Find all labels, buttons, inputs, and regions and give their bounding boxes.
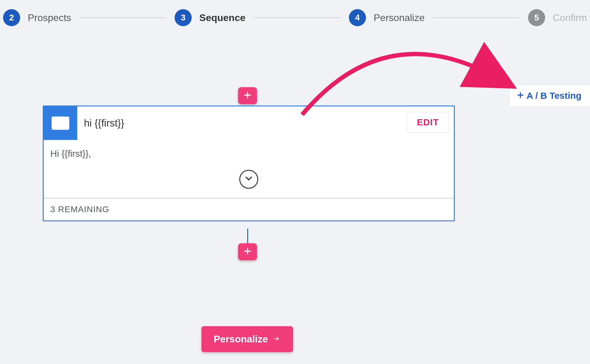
email-body-preview: Hi {{first}}, — [50, 148, 447, 159]
step-label: Confirm — [553, 12, 587, 23]
ab-testing-button[interactable]: A / B Testing — [509, 85, 590, 107]
step-connector-vertical — [247, 229, 248, 244]
step-number: 2 — [3, 9, 20, 26]
step-label: Prospects — [28, 12, 71, 23]
ab-testing-label: A / B Testing — [527, 91, 581, 101]
personalize-cta-label: Personalize — [214, 334, 268, 345]
plus-icon — [243, 91, 252, 101]
email-step-card: hi {{first}} EDIT Hi {{first}}, 3 REMAIN… — [43, 105, 455, 221]
step-number: 5 — [528, 9, 545, 26]
card-body: Hi {{first}}, — [44, 140, 454, 198]
chevron-down-icon — [244, 174, 253, 185]
wizard-stepper: 2 Prospects 3 Sequence 4 Personalize 5 C… — [0, 0, 590, 26]
step-connector — [80, 17, 166, 18]
card-header: hi {{first}} EDIT — [44, 106, 454, 140]
step-prospects[interactable]: 2 Prospects — [3, 9, 71, 26]
step-connector — [433, 17, 519, 18]
card-footer-remaining[interactable]: 3 REMAINING — [44, 198, 454, 220]
step-confirm[interactable]: 5 Confirm — [528, 9, 587, 26]
edit-button[interactable]: EDIT — [407, 112, 449, 133]
plus-icon — [243, 247, 252, 257]
step-number: 4 — [349, 9, 366, 26]
add-step-below-button[interactable] — [238, 243, 257, 260]
add-step-above-button[interactable] — [238, 87, 257, 104]
expand-toggle[interactable] — [239, 170, 258, 189]
step-label: Personalize — [374, 12, 425, 23]
arrow-right-icon — [272, 334, 281, 345]
step-label: Sequence — [199, 12, 245, 23]
email-subject: hi {{first}} — [84, 117, 124, 129]
mail-icon — [44, 106, 77, 140]
step-personalize[interactable]: 4 Personalize — [349, 9, 425, 26]
step-number: 3 — [175, 9, 192, 26]
step-connector — [254, 17, 340, 18]
step-sequence[interactable]: 3 Sequence — [175, 9, 245, 26]
personalize-cta-button[interactable]: Personalize — [201, 326, 293, 352]
plus-icon — [517, 91, 524, 101]
